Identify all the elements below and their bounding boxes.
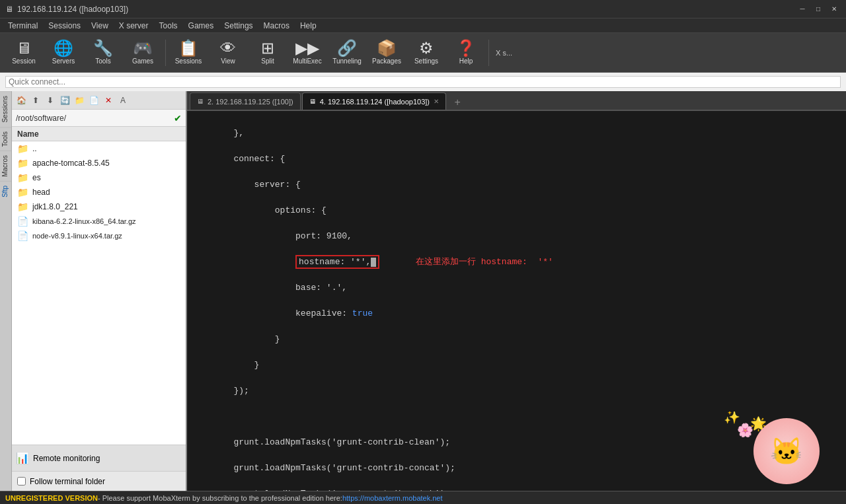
fp-newfolder-button[interactable]: 📁 xyxy=(73,94,86,107)
multiexec-icon: ▶▶ xyxy=(295,40,319,56)
maximize-button[interactable]: □ xyxy=(812,4,825,15)
text-cursor xyxy=(371,258,376,267)
titlebar: 🖥 192.168.119.124 ([hadoop103]) ─ □ ✕ xyxy=(0,0,846,18)
close-button[interactable]: ✕ xyxy=(827,4,841,15)
menu-sessions[interactable]: Sessions xyxy=(43,20,86,32)
games-icon: 🎮 xyxy=(133,40,153,56)
file-item-head[interactable]: 📁 head xyxy=(12,185,186,199)
xserver-label: X s... xyxy=(496,49,512,57)
window-title: 192.168.119.124 ([hadoop103]) xyxy=(17,5,128,14)
file-item-kibana[interactable]: 📄 kibana-6.2.2-linux-x86_64.tar.gz xyxy=(12,214,186,229)
quickconnect-bar xyxy=(0,73,846,91)
settings-icon: ⚙ xyxy=(419,40,434,56)
toolbar-packages[interactable]: 📦 Packages xyxy=(368,36,405,70)
keepalive-value: true xyxy=(352,308,373,318)
quickconnect-input[interactable] xyxy=(5,76,841,88)
tab2-icon: 🖥 xyxy=(309,98,316,105)
minimize-button[interactable]: ─ xyxy=(796,4,809,15)
fp-refresh-button[interactable]: 🔄 xyxy=(58,94,71,107)
file-item-jdk[interactable]: 📁 jdk1.8.0_221 xyxy=(12,199,186,214)
term-line-7: base: '.', xyxy=(192,281,841,295)
path-ok-icon: ✔ xyxy=(174,113,182,124)
unregistered-label: UNREGISTERED VERSION xyxy=(5,494,98,502)
servers-icon: 🌐 xyxy=(54,40,73,56)
menu-games[interactable]: Games xyxy=(183,20,219,32)
term-line-3: server: { xyxy=(192,178,841,192)
toolbar-multiexec[interactable]: ▶▶ MultiExec xyxy=(289,36,326,70)
file-item-tomcat[interactable]: 📁 apache-tomcat-8.5.45 xyxy=(12,156,186,170)
vtab-sftp[interactable]: Sftp xyxy=(0,181,11,201)
mascot-image: 🐱 xyxy=(753,418,820,484)
menu-help[interactable]: Help xyxy=(295,20,322,32)
term-line-11: }); xyxy=(192,384,841,398)
annotation-text: 在这里添加一行 hostname: '*' xyxy=(416,257,553,267)
statusbar: UNREGISTERED VERSION - Please support Mo… xyxy=(0,491,846,504)
toolbar-sessions[interactable]: 📋 Sessions xyxy=(170,36,207,70)
menu-view[interactable]: View xyxy=(86,20,114,32)
term-line-2: connect: { xyxy=(192,153,841,166)
menu-tools[interactable]: Tools xyxy=(154,20,183,32)
remote-monitor-label[interactable]: Remote monitoring xyxy=(33,454,100,463)
tab-2[interactable]: 🖥 4. 192.168.119.124 ([hadoop103]) ✕ xyxy=(302,92,446,110)
file-panel: 🏠 ⬆ ⬇ 🔄 📁 📄 ✕ A /root/software/ ✔ Name xyxy=(12,91,187,491)
term-line-1: }, xyxy=(192,127,841,140)
file-item-node[interactable]: 📄 node-v8.9.1-linux-x64.tar.gz xyxy=(12,229,186,243)
path-text: /root/software/ xyxy=(16,114,174,123)
vtab-macros[interactable]: Macros xyxy=(0,151,11,181)
fp-font-button[interactable]: A xyxy=(116,94,130,107)
fp-home-button[interactable]: 🏠 xyxy=(15,94,28,107)
file-icon: 📄 xyxy=(17,216,28,227)
fp-upload-button[interactable]: ⬆ xyxy=(29,94,42,107)
menu-macros[interactable]: Macros xyxy=(258,20,295,32)
term-line-4: options: { xyxy=(192,204,841,217)
follow-folder-label[interactable]: Follow terminal folder xyxy=(30,477,105,486)
menu-terminal[interactable]: Terminal xyxy=(3,20,43,32)
menubar: Terminal Sessions View X server Tools Ga… xyxy=(0,18,846,33)
tab2-close-button[interactable]: ✕ xyxy=(434,98,439,105)
filepanel-path: /root/software/ ✔ xyxy=(12,110,186,127)
filepanel-bottom-area: 📊 Remote monitoring Follow terminal fold… xyxy=(12,445,186,491)
toolbar: 🖥 Session 🌐 Servers 🔧 Tools 🎮 Games 📋 Se… xyxy=(0,33,846,73)
file-item-dotdot[interactable]: 📁 .. xyxy=(12,141,186,156)
fp-newfile-button[interactable]: 📄 xyxy=(87,94,100,107)
toolbar-servers[interactable]: 🌐 Servers xyxy=(45,36,82,70)
file-item-es[interactable]: 📁 es xyxy=(12,170,186,185)
support-link[interactable]: https://mobaxterm.mobatek.net xyxy=(342,494,443,502)
menu-xserver[interactable]: X server xyxy=(114,20,154,32)
folder-icon: 📁 xyxy=(17,172,28,183)
toolbar-help[interactable]: ❓ Help xyxy=(447,36,484,70)
toolbar-session[interactable]: 🖥 Session xyxy=(5,36,42,70)
fp-download-button[interactable]: ⬇ xyxy=(44,94,57,107)
toolbar-tunneling[interactable]: 🔗 Tunneling xyxy=(328,36,365,70)
toolbar-games[interactable]: 🎮 Games xyxy=(124,36,161,70)
confetti-2: ✨ xyxy=(724,412,740,425)
term-line-5: port: 9100, xyxy=(192,230,841,243)
toolbar-split[interactable]: ⊞ Split xyxy=(249,36,286,70)
term-line-6: hostname: '*', 在这里添加一行 hostname: '*' xyxy=(192,256,841,269)
toolbar-tools[interactable]: 🔧 Tools xyxy=(85,36,122,70)
split-icon: ⊞ xyxy=(261,40,274,56)
toolbar-settings[interactable]: ⚙ Settings xyxy=(408,36,445,70)
term-line-9: } xyxy=(192,333,841,346)
folder-icon: 📁 xyxy=(17,187,28,198)
tab-1[interactable]: 🖥 2. 192.168.119.125 ([100]) xyxy=(190,92,301,110)
remote-monitor-icon: 📊 xyxy=(16,452,29,464)
term-line-8: keepalive: true xyxy=(192,307,841,320)
vtab-sessions[interactable]: Sessions xyxy=(0,91,11,127)
tab1-label: 2. 192.168.119.125 ([100]) xyxy=(208,98,293,106)
fp-delete-button[interactable]: ✕ xyxy=(102,94,115,107)
filepanel-list: 📁 .. 📁 apache-tomcat-8.5.45 📁 es 📁 head … xyxy=(12,141,186,445)
vtab-tools[interactable]: Tools xyxy=(0,127,11,151)
status-message: - Please support MobaXterm by subscribin… xyxy=(98,494,342,502)
packages-icon: 📦 xyxy=(377,40,397,56)
folder-icon: 📁 xyxy=(17,201,28,212)
tabs-bar: 🖥 2. 192.168.119.125 ([100]) 🖥 4. 192.16… xyxy=(187,91,846,111)
follow-folder-checkbox[interactable] xyxy=(17,477,26,486)
toolbar-separator-1 xyxy=(165,40,166,66)
menu-settings[interactable]: Settings xyxy=(219,20,258,32)
mascot: 🌸 ✨ 🌟 🐱 xyxy=(720,412,846,491)
file-icon: 📄 xyxy=(17,231,28,241)
new-tab-button[interactable]: + xyxy=(450,95,465,110)
toolbar-view[interactable]: 👁 View xyxy=(210,36,247,70)
view-icon: 👁 xyxy=(220,40,236,56)
